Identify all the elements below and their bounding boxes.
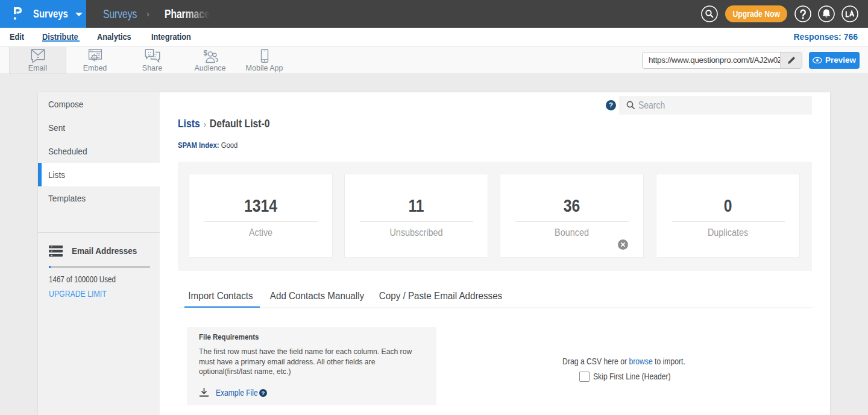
svg-text:$: $ — [203, 49, 207, 57]
